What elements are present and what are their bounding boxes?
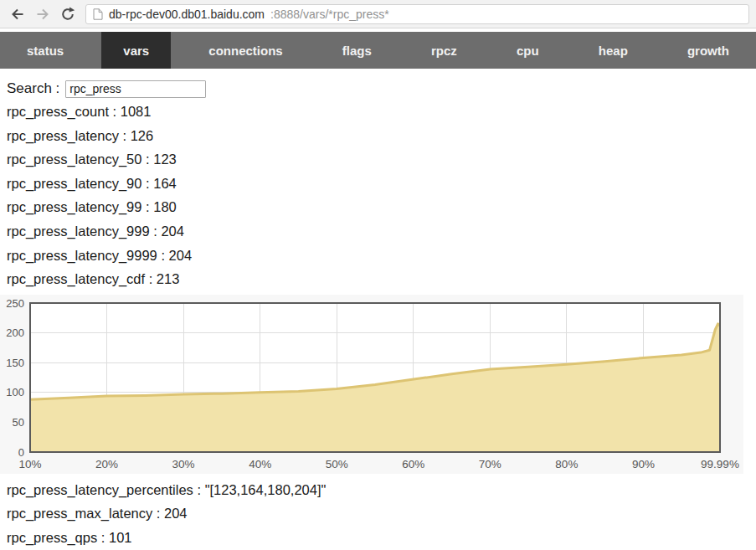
vars-page: Search : rpc_press_count : 1081 rpc_pres…	[0, 78, 756, 550]
back-arrow-icon	[9, 6, 26, 23]
var-name: rpc_press_latency	[7, 128, 119, 143]
forward-arrow-icon	[34, 6, 51, 23]
var-name: rpc_press_latency_cdf	[7, 271, 145, 286]
var-rpc-press-latency-cdf[interactable]: rpc_press_latency_cdf : 213	[7, 267, 756, 291]
latency-cdf-chart-svg: 05010015020025010%20%30%40%50%60%70%80%9…	[0, 295, 743, 474]
svg-text:70%: 70%	[479, 458, 501, 470]
svg-text:40%: 40%	[249, 458, 271, 470]
search-row: Search :	[7, 78, 756, 100]
var-value: 204	[161, 224, 184, 239]
var-name: rpc_press_max_latency	[7, 506, 152, 521]
var-rpc-press-latency-90[interactable]: rpc_press_latency_90 : 164	[7, 172, 756, 196]
var-name: rpc_press_latency_percentiles	[7, 482, 193, 497]
svg-text:99.99%: 99.99%	[701, 458, 739, 470]
var-name: rpc_press_latency_9999	[7, 248, 157, 263]
var-rpc-press-count[interactable]: rpc_press_count : 1081	[7, 100, 756, 124]
back-button[interactable]	[7, 3, 28, 25]
var-rpc-press-latency-9999[interactable]: rpc_press_latency_9999 : 204	[7, 244, 756, 268]
url-path: :8888/vars/*rpc_press*	[270, 8, 389, 21]
var-name: rpc_press_latency_90	[7, 176, 141, 191]
var-name: rpc_press_latency_50	[7, 152, 141, 167]
var-value: 213	[157, 271, 180, 286]
var-separator: :	[145, 271, 157, 286]
nav-bar: status vars connections flags rpcz cpu h…	[0, 32, 756, 69]
var-separator: :	[119, 128, 131, 143]
var-rpc-press-latency-50[interactable]: rpc_press_latency_50 : 123	[7, 147, 756, 172]
svg-text:90%: 90%	[632, 458, 655, 470]
search-input[interactable]	[65, 80, 206, 98]
var-name: rpc_press_qps	[7, 530, 97, 545]
tab-rpcz[interactable]: rpcz	[409, 32, 479, 69]
var-separator: :	[150, 224, 162, 239]
var-value: 126	[131, 128, 154, 143]
var-separator: :	[141, 199, 153, 214]
svg-text:50: 50	[13, 416, 24, 429]
svg-text:30%: 30%	[172, 458, 195, 470]
var-value: 180	[153, 199, 177, 214]
refresh-icon	[59, 6, 76, 23]
search-label: Search :	[7, 80, 59, 97]
address-bar[interactable]: db-rpc-dev00.db01.baidu.com:8888/vars/*r…	[85, 4, 749, 24]
svg-text:50%: 50%	[326, 458, 348, 470]
latency-cdf-chart[interactable]: 05010015020025010%20%30%40%50%60%70%80%9…	[0, 295, 743, 474]
var-value: 204	[169, 248, 193, 263]
tab-cpu[interactable]: cpu	[495, 32, 561, 69]
var-separator: :	[109, 104, 121, 119]
var-value: 123	[153, 152, 177, 167]
svg-text:150: 150	[6, 356, 24, 368]
vars-list-top: rpc_press_count : 1081 rpc_press_latency…	[7, 100, 756, 291]
var-value: 204	[164, 506, 188, 521]
var-rpc-press-latency-99[interactable]: rpc_press_latency_99 : 180	[7, 195, 756, 219]
var-rpc-press-qps[interactable]: rpc_press_qps : 101	[7, 526, 756, 550]
forward-button[interactable]	[32, 3, 54, 25]
url-host: db-rpc-dev00.db01.baidu.com	[109, 8, 265, 21]
var-value: 1081	[121, 104, 152, 119]
tab-heap[interactable]: heap	[577, 32, 650, 69]
var-name: rpc_press_latency_999	[7, 224, 150, 239]
var-name: rpc_press_count	[7, 104, 109, 119]
var-name: rpc_press_latency_99	[7, 199, 141, 214]
var-separator: :	[152, 506, 164, 521]
var-separator: :	[141, 176, 153, 191]
browser-toolbar: db-rpc-dev00.db01.baidu.com:8888/vars/*r…	[0, 0, 756, 28]
var-separator: :	[97, 530, 109, 545]
var-value: "[123,164,180,204]"	[205, 482, 327, 497]
svg-text:250: 250	[6, 296, 24, 309]
var-value: 164	[153, 176, 177, 191]
var-rpc-press-latency[interactable]: rpc_press_latency : 126	[7, 124, 756, 148]
var-separator: :	[141, 152, 153, 167]
tab-flags[interactable]: flags	[321, 32, 393, 69]
svg-text:200: 200	[6, 326, 24, 339]
svg-text:10%: 10%	[18, 458, 41, 470]
var-rpc-press-latency-percentiles[interactable]: rpc_press_latency_percentiles : "[123,16…	[7, 478, 756, 502]
tab-status[interactable]: status	[5, 32, 85, 69]
var-separator: :	[193, 482, 205, 497]
vars-list-bottom: rpc_press_latency_percentiles : "[123,16…	[7, 478, 756, 550]
svg-text:80%: 80%	[555, 458, 578, 470]
tab-growth[interactable]: growth	[666, 32, 751, 69]
svg-text:0: 0	[18, 445, 24, 458]
tab-connections[interactable]: connections	[187, 32, 304, 69]
page-icon	[93, 8, 103, 20]
var-rpc-press-latency-999[interactable]: rpc_press_latency_999 : 204	[7, 219, 756, 244]
svg-text:100: 100	[6, 386, 24, 398]
svg-text:60%: 60%	[402, 458, 424, 470]
svg-text:20%: 20%	[95, 458, 118, 470]
refresh-button[interactable]	[57, 3, 79, 25]
var-rpc-press-max-latency[interactable]: rpc_press_max_latency : 204	[7, 501, 756, 526]
tab-vars[interactable]: vars	[101, 32, 171, 69]
var-value: 101	[109, 530, 132, 545]
var-separator: :	[157, 248, 169, 263]
